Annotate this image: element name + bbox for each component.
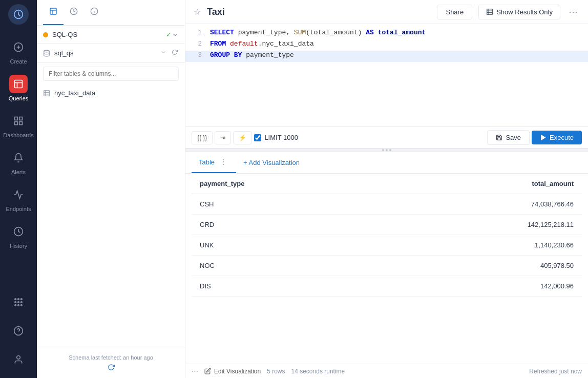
app-logo: [8, 4, 29, 25]
top-bar: ☆ Taxi Share Show Results Only ⋯: [185, 0, 588, 24]
schema-icon: [43, 50, 50, 57]
result-tab-table[interactable]: Table ⋮: [192, 152, 236, 173]
more-options-button[interactable]: ⋯: [566, 4, 580, 19]
tab-history[interactable]: [64, 0, 84, 25]
svg-point-13: [18, 299, 19, 300]
datasource-selector[interactable]: SQL-QS ✓: [37, 26, 185, 44]
save-label: Save: [506, 134, 521, 141]
show-results-label: Show Results Only: [496, 8, 553, 16]
code-content-1: SELECT payment_type, SUM(total_amount) A…: [210, 29, 426, 36]
results-table: payment_type total_amount CSH74,038,766.…: [192, 174, 582, 297]
cell-total_amount: 142,125,218.11: [384, 215, 582, 235]
tab-info[interactable]: [84, 0, 104, 25]
alerts-icon: [9, 149, 28, 167]
status-bar: ⋯ Edit Visualization 5 rows 14 seconds r…: [185, 364, 588, 378]
tab-schema[interactable]: [43, 0, 64, 25]
cell-payment_type: CRD: [192, 215, 384, 235]
schema-dropdown-btn[interactable]: [159, 48, 167, 58]
result-tab-table-label: Table: [199, 158, 215, 166]
svg-point-14: [21, 299, 23, 300]
create-icon: [9, 38, 28, 56]
sidebar-item-queries[interactable]: Queries: [0, 70, 37, 107]
cell-total_amount: 74,038,766.46: [384, 194, 582, 215]
table-row: DIS142,000.96: [192, 276, 582, 297]
schema-name: sql_qs: [54, 49, 159, 57]
editor-toolbar: {{ }} ⇥ ⚡ LIMIT 1000 Save Execute: [185, 127, 588, 149]
datasource-name: SQL-QS: [52, 31, 164, 38]
history-icon: [9, 222, 28, 241]
svg-rect-4: [15, 80, 23, 88]
sidebar-item-profile[interactable]: [0, 345, 37, 374]
sidebar-item-dashboards-label: Dashboards: [3, 132, 33, 138]
filter-tables-input[interactable]: [43, 67, 179, 81]
line-number-2: 2: [185, 40, 202, 48]
sidebar-item-endpoints-label: Endpoints: [6, 206, 31, 212]
chevron-down-icon: [172, 31, 179, 38]
code-content-2: FROM default.nyc_taxi_data: [210, 40, 314, 48]
cell-total_amount: 1,140,230.66: [384, 235, 582, 256]
col-header-total_amount: total_amount: [384, 174, 582, 194]
svg-rect-32: [44, 90, 50, 96]
sidebar-item-endpoints[interactable]: Endpoints: [0, 180, 37, 217]
cell-payment_type: NOC: [192, 256, 384, 276]
line-number-3: 3: [185, 51, 202, 59]
cell-payment_type: CSH: [192, 194, 384, 215]
execute-button[interactable]: Execute: [532, 131, 582, 144]
edit-visualization-button[interactable]: Edit Visualization: [204, 368, 261, 375]
svg-point-19: [18, 305, 19, 306]
sidebar-item-help[interactable]: [0, 317, 37, 345]
dashboards-icon: [9, 112, 28, 130]
svg-rect-24: [50, 8, 56, 14]
svg-point-20: [21, 305, 23, 306]
left-panel: SQL-QS ✓ sql_qs nyc_tax: [37, 0, 185, 378]
save-button[interactable]: Save: [487, 130, 530, 145]
svg-rect-8: [19, 117, 23, 120]
cell-total_amount: 142,000.96: [384, 276, 582, 297]
edit-icon: [204, 368, 211, 374]
sidebar-item-alerts-label: Alerts: [11, 169, 26, 175]
add-visualization-button[interactable]: + Add Visualization: [236, 155, 307, 171]
tab-menu-button[interactable]: ⋮: [218, 157, 229, 167]
results-tabs: Table ⋮ + Add Visualization: [185, 152, 588, 174]
share-button[interactable]: Share: [437, 5, 472, 19]
cell-payment_type: UNK: [192, 235, 384, 256]
show-results-button[interactable]: Show Results Only: [478, 5, 560, 19]
sidebar-bottom: [0, 288, 37, 374]
table-row: NOC405,978.50: [192, 256, 582, 276]
svg-rect-10: [19, 122, 23, 125]
execute-label: Execute: [550, 134, 574, 141]
endpoints-icon: [9, 185, 28, 204]
sidebar: Create Queries Dashboards Alerts: [0, 0, 37, 378]
datasource-status-dot: [43, 32, 48, 37]
sidebar-item-history[interactable]: History: [0, 217, 37, 254]
results-area: Table ⋮ + Add Visualization payment_type…: [185, 152, 588, 378]
limit-label: LIMIT 1000: [264, 134, 298, 141]
svg-point-15: [15, 302, 16, 303]
cell-payment_type: DIS: [192, 276, 384, 297]
apps-icon: [9, 293, 28, 311]
svg-marker-40: [541, 135, 545, 140]
sidebar-item-alerts[interactable]: Alerts: [0, 143, 37, 180]
svg-point-23: [17, 356, 20, 360]
table-row: CRD142,125,218.11: [192, 215, 582, 235]
schema-refresh-btn[interactable]: [171, 48, 179, 58]
sidebar-item-create-label: Create: [10, 58, 27, 65]
table-name: nyc_taxi_data: [54, 89, 95, 97]
limit-check-container: LIMIT 1000: [254, 134, 298, 141]
sidebar-item-apps[interactable]: [0, 288, 37, 317]
limit-checkbox[interactable]: [254, 134, 261, 141]
flash-btn[interactable]: ⚡: [233, 131, 252, 144]
sidebar-item-queries-label: Queries: [9, 95, 29, 101]
star-icon[interactable]: ☆: [194, 7, 201, 17]
schema-refresh-icon[interactable]: [43, 364, 179, 372]
indent-btn[interactable]: ⇥: [215, 131, 231, 144]
format-btn[interactable]: {{ }}: [192, 131, 213, 144]
sidebar-item-dashboards[interactable]: Dashboards: [0, 107, 37, 143]
table-item-nyc_taxi_data[interactable]: nyc_taxi_data: [37, 85, 185, 101]
table-row: UNK1,140,230.66: [192, 235, 582, 256]
status-menu-button[interactable]: ⋯: [192, 367, 198, 375]
code-editor[interactable]: 1 SELECT payment_type, SUM(total_amount)…: [185, 24, 588, 127]
execute-icon: [540, 134, 547, 141]
schema-selector: sql_qs: [37, 44, 185, 62]
sidebar-item-create[interactable]: Create: [0, 33, 37, 70]
